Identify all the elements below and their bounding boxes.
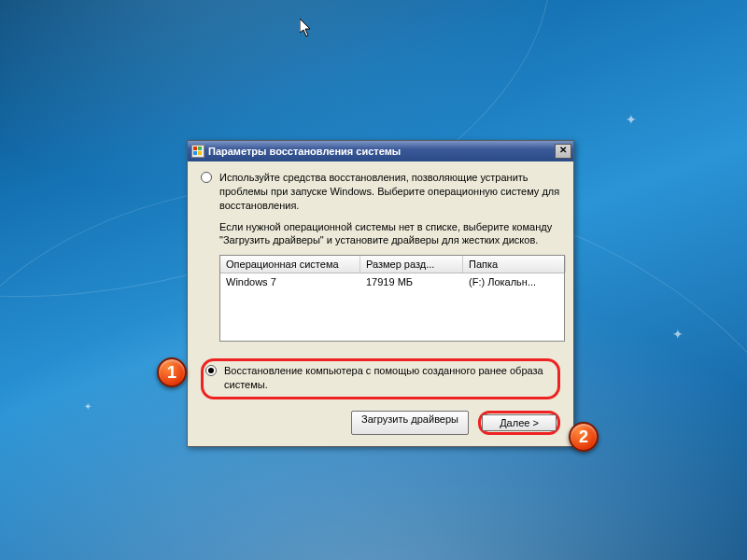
button-row: Загрузить драйверы Далее > <box>201 411 560 435</box>
col-header-os[interactable]: Операционная система <box>220 256 360 273</box>
annotation-badge-2: 2 <box>569 422 599 452</box>
next-button-highlight: Далее > <box>478 411 560 435</box>
svg-rect-3 <box>198 151 202 155</box>
next-button[interactable]: Далее > <box>482 414 557 431</box>
titlebar[interactable]: Параметры восстановления системы ✕ <box>188 141 573 161</box>
col-header-folder[interactable]: Папка <box>463 256 566 273</box>
load-drivers-button[interactable]: Загрузить драйверы <box>351 411 469 435</box>
radio-repair-tools[interactable] <box>201 172 212 183</box>
os-table-body: Windows 7 17919 МБ (F:) Локальн... <box>220 273 564 341</box>
option-repair-tools[interactable]: Используйте средства восстановления, поз… <box>201 171 560 213</box>
load-drivers-hint: Если нужной операционной системы нет в с… <box>219 220 560 248</box>
col-header-size[interactable]: Размер разд... <box>360 256 463 273</box>
close-button[interactable]: ✕ <box>555 144 571 159</box>
table-row[interactable]: Windows 7 17919 МБ (F:) Локальн... <box>220 273 564 290</box>
option-system-image-highlight: Восстановление компьютера с помощью созд… <box>201 358 560 399</box>
cell-os: Windows 7 <box>220 273 360 290</box>
os-table: Операционная система Размер разд... Папк… <box>219 255 565 342</box>
bg-star: ✦ <box>84 401 92 412</box>
svg-rect-1 <box>198 147 202 150</box>
svg-rect-2 <box>193 151 197 155</box>
radio-system-image[interactable] <box>205 365 217 376</box>
app-icon <box>191 145 204 158</box>
dialog-title: Параметры восстановления системы <box>208 146 555 157</box>
cell-folder: (F:) Локальн... <box>463 273 566 290</box>
option-repair-tools-label: Используйте средства восстановления, поз… <box>219 171 560 213</box>
option-system-image-label: Восстановление компьютера с помощью созд… <box>224 364 550 392</box>
annotation-badge-1: 1 <box>157 357 187 387</box>
cell-size: 17919 МБ <box>360 273 463 290</box>
bg-star: ✦ <box>626 112 637 127</box>
bg-star: ✦ <box>672 327 684 342</box>
os-table-header: Операционная система Размер разд... Папк… <box>220 256 564 273</box>
svg-rect-0 <box>193 147 197 150</box>
recovery-options-dialog: Параметры восстановления системы ✕ Испол… <box>187 140 574 447</box>
dialog-body: Используйте средства восстановления, поз… <box>188 161 573 446</box>
